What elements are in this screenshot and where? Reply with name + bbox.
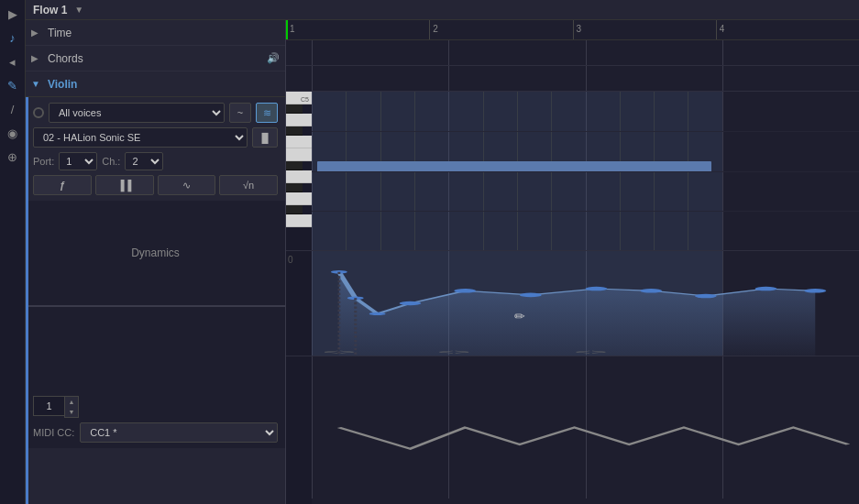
right-area: 1 2 3 4 xyxy=(286,20,859,504)
track-content-area: C5 xyxy=(312,40,859,504)
piano-key-white[interactable] xyxy=(286,136,312,148)
time-track-header[interactable]: ▶ Time xyxy=(26,20,285,46)
piano-key-black[interactable] xyxy=(286,205,303,214)
midi-cc-select-row: MIDI CC: CC1 * CC2 CC7 CC11 xyxy=(33,422,278,443)
dynamics-label-area: Dynamics xyxy=(26,201,285,306)
voices-row: All voices ~ ≋ xyxy=(33,103,278,123)
toolbar-pencil[interactable]: ✎ xyxy=(3,75,23,95)
violin-piano-keys: C5 xyxy=(286,92,312,251)
func-btn-wave[interactable]: ∿ xyxy=(158,175,216,195)
svg-point-4 xyxy=(454,289,476,293)
piano-key-black[interactable] xyxy=(286,183,303,192)
svg-point-2 xyxy=(369,312,386,315)
dynamics-row[interactable]: <> <> <> ✏ xyxy=(312,251,859,356)
toolbar-extra[interactable]: ⊕ xyxy=(3,147,23,167)
svg-point-5 xyxy=(520,293,542,298)
bar-line-4 xyxy=(722,40,723,65)
timeline-markers-container: 1 2 3 4 xyxy=(286,20,859,39)
midi-bottom-area: ▲ ▼ MIDI CC: CC1 * CC2 CC7 CC11 xyxy=(26,306,285,448)
workspace: ▶ Time ▶ Chords 🔊 ▼ Violin All voices xyxy=(26,20,859,504)
wave-btn-1[interactable]: ~ xyxy=(229,103,251,123)
midi-number-input: ▲ ▼ xyxy=(33,396,79,418)
instrument-select[interactable]: 02 - HALion Sonic SE xyxy=(33,127,248,148)
time-track-label: Time xyxy=(48,27,280,39)
h-line-3 xyxy=(312,211,859,212)
func-btn-sqrt[interactable]: √n xyxy=(219,175,278,195)
chords-track-label: Chords xyxy=(48,52,267,65)
marker-2: 2 xyxy=(429,20,438,39)
piano-key-white[interactable] xyxy=(286,114,312,126)
svg-point-9 xyxy=(755,287,777,291)
port-label: Port: xyxy=(33,156,54,167)
midi-cc-select[interactable]: CC1 * CC2 CC7 CC11 xyxy=(80,422,278,443)
piano-key-black[interactable] xyxy=(286,104,303,114)
dynamics-curve-svg: <> <> <> xyxy=(312,251,859,356)
main-content: Flow 1 ▼ ▶ Time ▶ Chords 🔊 ▼ Violin xyxy=(26,0,859,504)
svg-text:<>: <> xyxy=(575,349,607,355)
ch-select[interactable]: 2 xyxy=(125,152,163,170)
marker-4: 4 xyxy=(716,20,725,39)
port-ch-row: Port: 1 Ch.: 2 xyxy=(33,152,278,170)
svg-point-10 xyxy=(804,289,826,293)
ch-label: Ch.: xyxy=(102,156,120,167)
violin-controls: All voices ~ ≋ 02 - HALion Sonic SE ▐▌ P… xyxy=(26,97,285,201)
piano-key-white[interactable]: C5 xyxy=(286,92,312,104)
svg-point-7 xyxy=(640,289,662,293)
toolbar-point[interactable]: ◉ xyxy=(3,123,23,143)
chords-track-header[interactable]: ▶ Chords 🔊 xyxy=(26,46,285,71)
piano-roll-area: C5 xyxy=(286,40,859,504)
marker-3: 3 xyxy=(573,20,582,39)
bar-line-1 xyxy=(312,40,313,65)
violin-track-label: Violin xyxy=(48,78,280,91)
left-toolbar: ▶ ♪ ◂ ✎ / ◉ ⊕ xyxy=(0,0,26,504)
chart-button[interactable]: ▐▌ xyxy=(252,127,278,148)
violin-expand-arrow: ▼ xyxy=(31,79,44,89)
toolbar-note[interactable]: ♪ xyxy=(3,27,23,48)
pencil-cursor: ✏ xyxy=(514,309,525,323)
piano-key-black[interactable] xyxy=(286,161,303,170)
midi-cc-row[interactable] xyxy=(312,356,859,499)
toolbar-select[interactable]: ▶ xyxy=(3,4,23,24)
timeline: 1 2 3 4 xyxy=(286,20,859,40)
time-expand-arrow: ▶ xyxy=(31,27,44,38)
piano-key-white[interactable] xyxy=(286,214,312,227)
piano-keys: C5 xyxy=(286,40,312,504)
time-row-content xyxy=(312,40,859,66)
midi-num-up[interactable]: ▲ xyxy=(65,397,78,407)
svg-point-8 xyxy=(695,294,717,299)
svg-text:<>: <> xyxy=(438,349,470,355)
h-line-1 xyxy=(312,131,859,132)
h-line-2 xyxy=(312,171,859,172)
piano-key-white[interactable] xyxy=(286,192,312,205)
chords-speaker-icon: 🔊 xyxy=(267,52,280,64)
violin-notes-row[interactable]: C5 xyxy=(312,92,859,251)
midi-num-arrows: ▲ ▼ xyxy=(64,396,79,418)
function-buttons: ƒ ▐▐ ∿ √n xyxy=(33,175,278,195)
instrument-row: 02 - HALion Sonic SE ▐▌ xyxy=(33,127,278,148)
bar-line-2 xyxy=(448,40,449,65)
c5-label: C5 xyxy=(301,96,309,103)
violin-track-header[interactable]: ▼ Violin xyxy=(26,71,285,97)
time-row-piano xyxy=(286,40,312,66)
piano-key-white[interactable] xyxy=(286,170,312,183)
toolbar-cursor[interactable]: ◂ xyxy=(3,51,23,71)
dynamics-zero-label: 0 xyxy=(286,251,312,268)
piano-key-black[interactable] xyxy=(286,126,303,136)
top-bar: Flow 1 ▼ xyxy=(26,0,859,20)
chords-expand-arrow: ▶ xyxy=(31,53,44,63)
svg-point-6 xyxy=(586,287,608,291)
wave-btn-2[interactable]: ≋ xyxy=(256,103,278,123)
piano-key-white[interactable] xyxy=(286,148,312,161)
piano-white-keys: C5 xyxy=(286,92,312,250)
port-select[interactable]: 1 xyxy=(59,152,97,170)
voices-select[interactable]: All voices xyxy=(49,103,225,123)
toolbar-line[interactable]: / xyxy=(3,99,23,119)
func-btn-f[interactable]: ƒ xyxy=(33,175,92,195)
playhead xyxy=(286,20,288,39)
chords-row-content[interactable] xyxy=(312,66,859,92)
flow-dropdown-arrow[interactable]: ▼ xyxy=(74,5,83,15)
midi-num-down[interactable]: ▼ xyxy=(65,407,78,417)
voices-radio[interactable] xyxy=(33,107,44,118)
midi-num-field[interactable] xyxy=(33,396,64,416)
func-btn-bars[interactable]: ▐▐ xyxy=(95,175,154,195)
